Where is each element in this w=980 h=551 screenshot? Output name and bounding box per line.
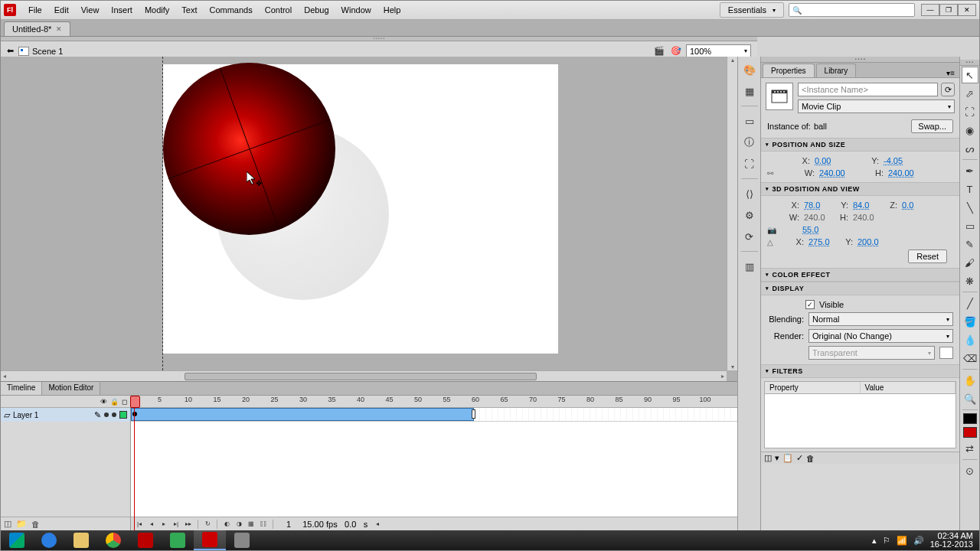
- minimize-button[interactable]: —: [921, 4, 939, 16]
- tab-library[interactable]: Library: [816, 64, 857, 77]
- lock-icon[interactable]: 🔒: [110, 398, 119, 406]
- section-3d[interactable]: 3D POSITION AND VIEW: [761, 182, 959, 196]
- selection-tool[interactable]: ↖: [962, 67, 978, 83]
- taskbar-app[interactable]: [226, 530, 258, 550]
- layer-outline-box[interactable]: [119, 411, 127, 419]
- outline-icon[interactable]: ◻: [122, 398, 127, 406]
- 3d-y[interactable]: 84.0: [853, 201, 882, 210]
- tray-network-icon[interactable]: 📶: [897, 536, 907, 546]
- eyedropper-tool[interactable]: 💧: [962, 331, 978, 348]
- info-panel-icon[interactable]: ⓘ: [741, 134, 758, 151]
- tray-up-icon[interactable]: ▴: [872, 536, 877, 546]
- scroll-left-icon[interactable]: ◂: [372, 519, 383, 530]
- layer-name[interactable]: Layer 1: [13, 411, 91, 419]
- filter-col-value[interactable]: Value: [861, 382, 956, 393]
- workspace-switcher[interactable]: Essentials: [720, 2, 784, 18]
- 3d-rotation-tool[interactable]: ◉: [962, 122, 978, 139]
- last-frame-button[interactable]: ▸▸: [183, 519, 194, 530]
- frame-ruler[interactable]: 5101520253035404550556065707580859095100: [131, 396, 737, 408]
- taskbar-filezilla[interactable]: [129, 530, 162, 550]
- playhead[interactable]: [134, 396, 135, 530]
- pencil-tool[interactable]: ✎: [962, 236, 978, 253]
- swap-button[interactable]: Swap...: [911, 119, 953, 133]
- scrollbar-vertical[interactable]: [727, 57, 737, 370]
- clipboard-icon[interactable]: 📋: [782, 453, 793, 463]
- tray-volume-icon[interactable]: 🔊: [913, 536, 924, 546]
- taskbar-clock[interactable]: 02:34 AM 16-12-2013: [930, 532, 973, 549]
- taskbar-chrome[interactable]: [97, 530, 129, 550]
- stroke-color-swatch[interactable]: [963, 413, 977, 424]
- project-panel-icon[interactable]: ▥: [741, 258, 758, 275]
- panel-grip[interactable]: • • •: [960, 60, 979, 66]
- delete-filter-icon[interactable]: 🗑: [806, 454, 815, 463]
- ball-instance[interactable]: [163, 63, 335, 235]
- tab-timeline[interactable]: Timeline: [1, 382, 42, 395]
- zoom-dropdown[interactable]: 100%: [686, 44, 751, 58]
- visible-checkbox[interactable]: ✓: [805, 300, 815, 309]
- text-tool[interactable]: T: [962, 181, 978, 197]
- onion-markers-icon[interactable]: ⟦⟧: [258, 519, 269, 530]
- tab-properties[interactable]: Properties: [763, 64, 815, 77]
- maximize-button[interactable]: ❐: [939, 4, 958, 16]
- vanish-y[interactable]: 200.0: [858, 237, 887, 246]
- section-color-effect[interactable]: COLOR EFFECT: [761, 268, 959, 282]
- close-button[interactable]: ✕: [958, 4, 976, 16]
- brush-tool[interactable]: 🖌: [962, 254, 978, 271]
- pos-h[interactable]: 240.00: [888, 168, 917, 178]
- timeline-frames[interactable]: 5101520253035404550556065707580859095100…: [131, 396, 737, 530]
- 3d-z[interactable]: 0.0: [902, 201, 931, 210]
- taskbar-dreamweaver[interactable]: [162, 530, 194, 550]
- menu-file[interactable]: File: [22, 3, 48, 17]
- bone-tool[interactable]: ╱: [962, 295, 978, 311]
- eraser-tool[interactable]: ⌫: [962, 350, 978, 367]
- onion-outline-icon[interactable]: ◑: [234, 519, 244, 530]
- document-tab[interactable]: Untitled-8* ✕: [4, 21, 70, 36]
- section-position-size[interactable]: POSITION AND SIZE: [761, 138, 959, 152]
- panel-grip[interactable]: • • • •: [761, 57, 959, 63]
- new-layer-icon[interactable]: ◫: [4, 519, 11, 529]
- render-dropdown[interactable]: Original (No Change): [808, 329, 953, 343]
- menu-text[interactable]: Text: [175, 3, 203, 17]
- play-button[interactable]: ▸: [158, 519, 169, 530]
- swap-colors-icon[interactable]: ⇄: [962, 440, 978, 457]
- align-panel-icon[interactable]: ▭: [741, 112, 758, 129]
- help-search[interactable]: 🔍: [789, 3, 915, 17]
- color-panel-icon[interactable]: 🎨: [741, 61, 758, 78]
- link-wh-icon[interactable]: ⚯: [767, 169, 778, 178]
- menu-window[interactable]: Window: [335, 3, 377, 17]
- menu-view[interactable]: View: [75, 3, 106, 17]
- tab-motion-editor[interactable]: Motion Editor: [42, 382, 100, 395]
- layer-lock-dot[interactable]: [112, 412, 116, 417]
- taskbar-flash[interactable]: [194, 530, 226, 550]
- prev-frame-button[interactable]: ◂: [146, 519, 157, 530]
- bg-color-swatch[interactable]: [939, 347, 953, 359]
- visibility-icon[interactable]: 👁: [100, 398, 107, 406]
- current-frame[interactable]: 1: [277, 520, 300, 529]
- circular-arrow-icon[interactable]: ⟳: [941, 83, 955, 96]
- reset-button[interactable]: Reset: [908, 249, 947, 263]
- delete-layer-icon[interactable]: 🗑: [31, 520, 40, 529]
- pen-tool[interactable]: ✒: [962, 162, 978, 179]
- perspective-angle[interactable]: 55.0: [802, 225, 831, 234]
- menu-control[interactable]: Control: [259, 3, 298, 17]
- onion-skin-icon[interactable]: ◐: [221, 519, 232, 530]
- filter-col-property[interactable]: Property: [765, 382, 861, 393]
- zoom-tool[interactable]: 🔍: [962, 390, 978, 407]
- menu-help[interactable]: Help: [377, 3, 407, 17]
- line-tool[interactable]: ╲: [962, 199, 978, 216]
- tray-flag-icon[interactable]: ⚐: [883, 536, 890, 546]
- snap-to-objects-icon[interactable]: ⊙: [962, 462, 978, 479]
- close-tab-icon[interactable]: ✕: [56, 25, 62, 33]
- end-keyframe[interactable]: [472, 409, 475, 419]
- fps-value[interactable]: 15.00: [302, 520, 325, 529]
- fill-color-swatch[interactable]: [963, 427, 977, 438]
- new-folder-icon[interactable]: 📁: [16, 519, 27, 529]
- free-transform-tool[interactable]: ⛶: [962, 103, 978, 120]
- motion-presets-icon[interactable]: ⟳: [741, 228, 758, 245]
- blending-dropdown[interactable]: Normal: [808, 312, 953, 326]
- stage[interactable]: ✥: [1, 57, 737, 381]
- menu-edit[interactable]: Edit: [48, 3, 75, 17]
- menu-debug[interactable]: Debug: [298, 3, 335, 17]
- panel-grip[interactable]: • • • • •: [1, 37, 757, 41]
- loop-button[interactable]: ↻: [202, 519, 213, 530]
